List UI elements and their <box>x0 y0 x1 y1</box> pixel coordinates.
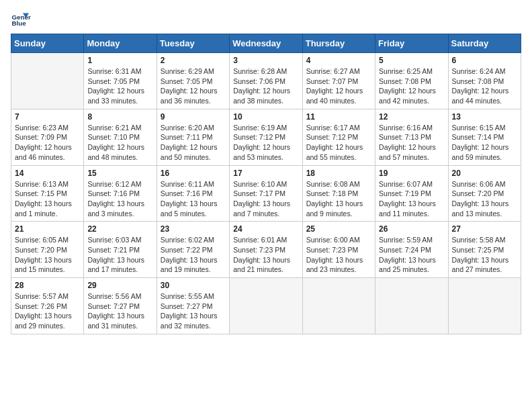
day-number: 5 <box>379 56 444 65</box>
day-number: 28 <box>15 281 80 290</box>
calendar-cell: 13Sunrise: 6:15 AMSunset: 7:14 PMDayligh… <box>448 109 521 165</box>
day-number: 18 <box>306 169 371 178</box>
day-info: Sunrise: 6:24 AMSunset: 7:08 PMDaylight:… <box>452 66 517 106</box>
svg-text:Blue: Blue <box>12 19 27 27</box>
day-info: Sunrise: 6:01 AMSunset: 7:23 PMDaylight:… <box>233 235 298 275</box>
calendar-cell: 8Sunrise: 6:21 AMSunset: 7:10 PMDaylight… <box>84 109 157 165</box>
calendar-cell: 19Sunrise: 6:07 AMSunset: 7:19 PMDayligh… <box>375 165 448 222</box>
calendar-cell: 18Sunrise: 6:08 AMSunset: 7:18 PMDayligh… <box>302 165 375 222</box>
logo: General Blue <box>11 11 34 30</box>
weekday-header-friday: Friday <box>375 34 448 53</box>
day-info: Sunrise: 6:11 AMSunset: 7:16 PMDaylight:… <box>161 179 226 219</box>
weekday-header-saturday: Saturday <box>448 34 521 53</box>
day-number: 2 <box>161 56 226 65</box>
day-number: 16 <box>161 169 226 178</box>
calendar-cell: 24Sunrise: 6:01 AMSunset: 7:23 PMDayligh… <box>230 222 302 278</box>
day-number: 27 <box>452 224 517 234</box>
calendar-cell: 3Sunrise: 6:28 AMSunset: 7:06 PMDaylight… <box>230 53 302 109</box>
day-info: Sunrise: 6:03 AMSunset: 7:21 PMDaylight:… <box>87 235 152 275</box>
day-number: 25 <box>306 224 371 234</box>
day-info: Sunrise: 6:25 AMSunset: 7:08 PMDaylight:… <box>379 66 444 106</box>
weekday-header-monday: Monday <box>84 34 157 53</box>
calendar-cell: 12Sunrise: 6:16 AMSunset: 7:13 PMDayligh… <box>375 109 448 165</box>
calendar-cell: 26Sunrise: 5:59 AMSunset: 7:24 PMDayligh… <box>375 222 448 278</box>
day-info: Sunrise: 5:57 AMSunset: 7:26 PMDaylight:… <box>15 291 80 331</box>
day-info: Sunrise: 6:29 AMSunset: 7:05 PMDaylight:… <box>161 66 226 106</box>
day-info: Sunrise: 6:19 AMSunset: 7:12 PMDaylight:… <box>233 123 298 163</box>
calendar-cell: 30Sunrise: 5:55 AMSunset: 7:27 PMDayligh… <box>157 278 229 334</box>
day-info: Sunrise: 6:16 AMSunset: 7:13 PMDaylight:… <box>379 123 444 163</box>
calendar-cell: 10Sunrise: 6:19 AMSunset: 7:12 PMDayligh… <box>230 109 302 165</box>
day-number: 3 <box>233 56 298 65</box>
day-info: Sunrise: 6:06 AMSunset: 7:20 PMDaylight:… <box>452 179 517 219</box>
day-info: Sunrise: 5:55 AMSunset: 7:27 PMDaylight:… <box>161 291 226 331</box>
day-number: 29 <box>87 281 152 290</box>
day-info: Sunrise: 6:00 AMSunset: 7:23 PMDaylight:… <box>306 235 371 275</box>
calendar-cell: 22Sunrise: 6:03 AMSunset: 7:21 PMDayligh… <box>84 222 157 278</box>
day-number: 22 <box>87 224 152 234</box>
day-info: Sunrise: 5:59 AMSunset: 7:24 PMDaylight:… <box>379 235 444 275</box>
weekday-header-thursday: Thursday <box>302 34 375 53</box>
day-number: 23 <box>161 224 226 234</box>
calendar-cell: 4Sunrise: 6:27 AMSunset: 7:07 PMDaylight… <box>302 53 375 109</box>
weekday-header-tuesday: Tuesday <box>157 34 229 53</box>
day-number: 9 <box>161 112 226 122</box>
day-info: Sunrise: 6:15 AMSunset: 7:14 PMDaylight:… <box>452 123 517 163</box>
day-number: 30 <box>161 281 226 290</box>
logo-icon: General Blue <box>11 11 31 30</box>
calendar-cell <box>375 278 448 334</box>
calendar-cell: 27Sunrise: 5:58 AMSunset: 7:25 PMDayligh… <box>448 222 521 278</box>
calendar-cell <box>230 278 302 334</box>
calendar-cell: 1Sunrise: 6:31 AMSunset: 7:05 PMDaylight… <box>84 53 157 109</box>
day-number: 20 <box>452 169 517 178</box>
calendar-cell: 16Sunrise: 6:11 AMSunset: 7:16 PMDayligh… <box>157 165 229 222</box>
day-number: 12 <box>379 112 444 122</box>
day-number: 1 <box>87 56 152 65</box>
calendar-cell: 6Sunrise: 6:24 AMSunset: 7:08 PMDaylight… <box>448 53 521 109</box>
day-number: 14 <box>15 169 80 178</box>
calendar-cell <box>448 278 521 334</box>
calendar-cell: 25Sunrise: 6:00 AMSunset: 7:23 PMDayligh… <box>302 222 375 278</box>
calendar-cell: 23Sunrise: 6:02 AMSunset: 7:22 PMDayligh… <box>157 222 229 278</box>
day-info: Sunrise: 6:17 AMSunset: 7:12 PMDaylight:… <box>306 123 371 163</box>
day-info: Sunrise: 6:07 AMSunset: 7:19 PMDaylight:… <box>379 179 444 219</box>
calendar-cell: 28Sunrise: 5:57 AMSunset: 7:26 PMDayligh… <box>11 278 84 334</box>
day-number: 6 <box>452 56 517 65</box>
calendar-cell: 20Sunrise: 6:06 AMSunset: 7:20 PMDayligh… <box>448 165 521 222</box>
day-number: 21 <box>15 224 80 234</box>
weekday-header-wednesday: Wednesday <box>230 34 302 53</box>
weekday-header-sunday: Sunday <box>11 34 84 53</box>
day-number: 7 <box>15 112 80 122</box>
day-info: Sunrise: 6:02 AMSunset: 7:22 PMDaylight:… <box>161 235 226 275</box>
calendar-cell: 7Sunrise: 6:23 AMSunset: 7:09 PMDaylight… <box>11 109 84 165</box>
day-info: Sunrise: 6:28 AMSunset: 7:06 PMDaylight:… <box>233 66 298 106</box>
day-number: 26 <box>379 224 444 234</box>
day-number: 8 <box>87 112 152 122</box>
calendar-cell: 2Sunrise: 6:29 AMSunset: 7:05 PMDaylight… <box>157 53 229 109</box>
day-info: Sunrise: 5:58 AMSunset: 7:25 PMDaylight:… <box>452 235 517 275</box>
day-info: Sunrise: 6:27 AMSunset: 7:07 PMDaylight:… <box>306 66 371 106</box>
day-info: Sunrise: 6:13 AMSunset: 7:15 PMDaylight:… <box>15 179 80 219</box>
day-info: Sunrise: 6:08 AMSunset: 7:18 PMDaylight:… <box>306 179 371 219</box>
calendar-cell: 29Sunrise: 5:56 AMSunset: 7:27 PMDayligh… <box>84 278 157 334</box>
calendar-cell <box>11 53 84 109</box>
calendar: SundayMondayTuesdayWednesdayThursdayFrid… <box>11 34 521 334</box>
calendar-cell: 21Sunrise: 6:05 AMSunset: 7:20 PMDayligh… <box>11 222 84 278</box>
day-number: 13 <box>452 112 517 122</box>
day-number: 4 <box>306 56 371 65</box>
day-info: Sunrise: 6:12 AMSunset: 7:16 PMDaylight:… <box>87 179 152 219</box>
day-info: Sunrise: 6:05 AMSunset: 7:20 PMDaylight:… <box>15 235 80 275</box>
day-info: Sunrise: 6:10 AMSunset: 7:17 PMDaylight:… <box>233 179 298 219</box>
calendar-cell: 14Sunrise: 6:13 AMSunset: 7:15 PMDayligh… <box>11 165 84 222</box>
day-info: Sunrise: 6:23 AMSunset: 7:09 PMDaylight:… <box>15 123 80 163</box>
calendar-cell <box>302 278 375 334</box>
day-info: Sunrise: 6:21 AMSunset: 7:10 PMDaylight:… <box>87 123 152 163</box>
day-number: 10 <box>233 112 298 122</box>
day-info: Sunrise: 5:56 AMSunset: 7:27 PMDaylight:… <box>87 291 152 331</box>
day-info: Sunrise: 6:31 AMSunset: 7:05 PMDaylight:… <box>87 66 152 106</box>
day-number: 24 <box>233 224 298 234</box>
day-number: 15 <box>87 169 152 178</box>
calendar-cell: 9Sunrise: 6:20 AMSunset: 7:11 PMDaylight… <box>157 109 229 165</box>
calendar-cell: 5Sunrise: 6:25 AMSunset: 7:08 PMDaylight… <box>375 53 448 109</box>
day-number: 19 <box>379 169 444 178</box>
